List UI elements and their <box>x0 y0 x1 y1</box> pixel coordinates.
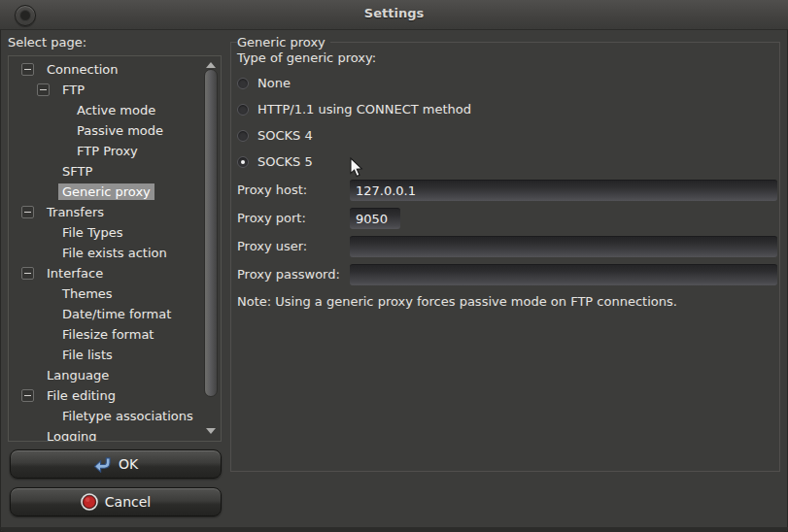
form-row-label: Proxy password: <box>237 267 350 282</box>
tree-row-sftp[interactable]: SFTP <box>9 161 201 182</box>
tree-row-label[interactable]: Generic proxy <box>58 183 154 200</box>
radio-option-http-1-1-using-connect-method[interactable]: HTTP/1.1 using CONNECT method <box>237 96 471 122</box>
form-row: Proxy host: 127.0.0.1 <box>237 176 777 204</box>
proxy-type-radio-group: None HTTP/1.1 using CONNECT method SOCKS… <box>237 70 471 175</box>
form-row-label: Proxy port: <box>237 211 350 225</box>
tree-row-label[interactable]: Logging <box>43 428 101 442</box>
cancel-button-label: Cancel <box>105 494 151 510</box>
tree-row-label[interactable]: File Types <box>58 224 127 241</box>
tree-row-language[interactable]: Language <box>9 365 201 385</box>
tree-row-label[interactable]: File lists <box>58 347 117 363</box>
tree-items: Connection FTP Active mode Passive mode … <box>9 59 201 442</box>
group-title: Generic proxy <box>237 35 330 50</box>
tree-row-ftp-proxy[interactable]: FTP Proxy <box>9 141 201 161</box>
form-row-label: Proxy user: <box>237 239 350 253</box>
titlebar: Settings <box>0 0 788 30</box>
radio-option-socks-4[interactable]: SOCKS 4 <box>237 122 471 149</box>
tree-row-themes[interactable]: Themes <box>9 283 201 304</box>
proxy-host-input[interactable]: 127.0.0.1 <box>350 180 777 201</box>
tree-row-label[interactable]: Transfers <box>43 204 108 220</box>
tree-row-label[interactable]: Language <box>43 367 113 383</box>
proxy-note: Note: Using a generic proxy forces passi… <box>237 294 677 309</box>
tree-row-label[interactable]: SFTP <box>58 163 96 180</box>
scroll-up-icon[interactable] <box>206 62 216 68</box>
form-row: Proxy user: <box>237 232 777 260</box>
tree-row-file-types[interactable]: File Types <box>9 222 201 243</box>
window-title: Settings <box>0 6 788 20</box>
tree-row-file-exists-action[interactable]: File exists action <box>9 243 201 263</box>
radio-option-socks-5[interactable]: SOCKS 5 <box>237 149 471 175</box>
tree-row-filetype-associations[interactable]: Filetype associations <box>9 406 201 426</box>
tree-row-interface[interactable]: Interface <box>9 263 201 283</box>
tree-row-label[interactable]: Active mode <box>73 102 159 118</box>
tree-row-label[interactable]: Date/time format <box>58 306 175 322</box>
ok-button[interactable]: OK <box>10 449 222 479</box>
tree-row-active-mode[interactable]: Active mode <box>9 100 201 120</box>
settings-page-tree: Connection FTP Active mode Passive mode … <box>8 55 222 442</box>
cancel-button[interactable]: Cancel <box>10 487 222 516</box>
form-row: Proxy password: <box>237 260 777 288</box>
tree-row-label[interactable]: FTP Proxy <box>73 143 142 159</box>
select-page-label: Select page: <box>8 35 86 50</box>
tree-row-label[interactable]: File editing <box>43 387 120 404</box>
expander-minus-icon[interactable] <box>21 267 34 280</box>
tree-row-label[interactable]: FTP <box>58 82 88 98</box>
tree-row-file-editing[interactable]: File editing <box>9 385 201 406</box>
radio-option-none[interactable]: None <box>237 70 471 96</box>
tree-row-filesize-format[interactable]: Filesize format <box>9 324 201 345</box>
radio-option-label: SOCKS 4 <box>257 128 313 143</box>
tree-row-label[interactable]: Filetype associations <box>58 408 197 424</box>
tree-row-date-time-format[interactable]: Date/time format <box>9 304 201 324</box>
tree-row-transfers[interactable]: Transfers <box>9 202 201 222</box>
radio-icon[interactable] <box>237 130 249 142</box>
tree-row-generic-proxy[interactable]: Generic proxy <box>9 182 201 202</box>
radio-icon[interactable] <box>237 156 249 168</box>
scroll-down-icon[interactable] <box>206 428 216 434</box>
proxy-fields: Proxy host: 127.0.0.1 Proxy port: 9050 P… <box>237 176 777 288</box>
tree-row-label[interactable]: Themes <box>58 285 117 302</box>
tree-row-label[interactable]: Interface <box>43 265 107 282</box>
radio-option-label: SOCKS 5 <box>257 154 313 169</box>
radio-icon[interactable] <box>237 78 249 89</box>
expander-minus-icon[interactable] <box>21 389 34 402</box>
enter-arrow-icon <box>93 456 112 473</box>
form-row-label: Proxy host: <box>237 183 350 197</box>
form-row: Proxy port: 9050 <box>237 204 777 232</box>
radio-option-label: None <box>257 76 291 90</box>
tree-scrollbar[interactable] <box>201 56 220 441</box>
proxy-type-label: Type of generic proxy: <box>237 50 376 65</box>
settings-window: Settings Select page: Connection FTP Act… <box>0 0 788 532</box>
tree-row-connection[interactable]: Connection <box>9 59 201 80</box>
tree-row-label[interactable]: Passive mode <box>73 122 167 139</box>
tree-row-ftp[interactable]: FTP <box>9 80 201 100</box>
tree-row-file-lists[interactable]: File lists <box>9 345 201 365</box>
expander-minus-icon[interactable] <box>21 63 34 76</box>
window-bottom-edge <box>0 527 788 532</box>
expander-minus-icon[interactable] <box>21 206 34 218</box>
tree-row-label[interactable]: Connection <box>43 61 122 78</box>
proxy-port-input[interactable]: 9050 <box>350 208 400 229</box>
proxy-user-input[interactable] <box>350 236 777 257</box>
tree-row-passive-mode[interactable]: Passive mode <box>9 120 201 141</box>
expander-minus-icon[interactable] <box>37 83 50 96</box>
ok-button-label: OK <box>119 456 138 472</box>
scrollbar-thumb[interactable] <box>204 69 218 397</box>
radio-icon[interactable] <box>237 104 249 116</box>
tree-row-logging[interactable]: Logging <box>9 426 201 442</box>
tree-row-label[interactable]: Filesize format <box>58 326 157 343</box>
radio-option-label: HTTP/1.1 using CONNECT method <box>257 102 471 116</box>
proxy-password-input[interactable] <box>350 264 777 285</box>
tree-row-label[interactable]: File exists action <box>58 245 171 261</box>
stop-icon <box>81 493 98 511</box>
